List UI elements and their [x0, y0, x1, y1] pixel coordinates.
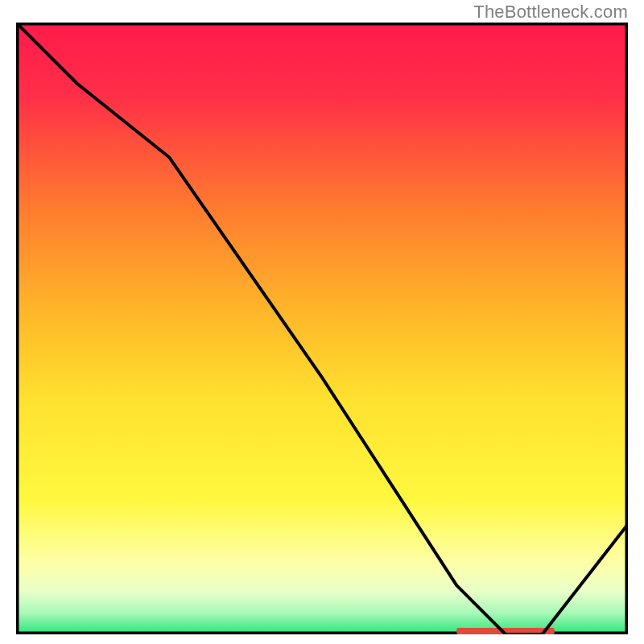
chart-container: [16, 23, 628, 634]
attribution-text: TheBottleneck.com: [473, 2, 628, 23]
chart-background: [16, 23, 628, 634]
bottleneck-chart: [16, 23, 628, 634]
